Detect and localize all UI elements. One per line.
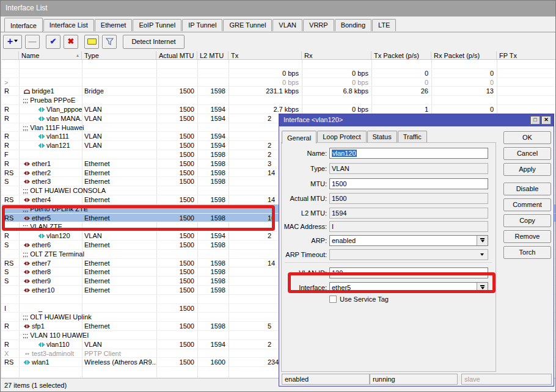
annotation-rectangle-interface-field [288, 272, 496, 293]
comment-button[interactable]: Comment [503, 198, 551, 211]
type-input[interactable]: VLAN [329, 163, 488, 174]
bridge-icon [24, 89, 30, 94]
arp-input[interactable]: enabled [329, 235, 488, 246]
ethernet-icon [24, 288, 30, 293]
column-header-tx[interactable]: Tx [229, 51, 302, 60]
interface-name: Vlan_pppoe [46, 106, 82, 113]
use-service-tag-checkbox[interactable]: Use Service Tag [329, 296, 389, 304]
interface-name: ether1 [32, 160, 51, 167]
dialog-tab-loop-protect[interactable]: Loop Protect [317, 131, 366, 142]
copy-button[interactable]: Copy [503, 214, 551, 227]
vlan-icon [38, 116, 45, 122]
x-icon: ✖ [68, 37, 75, 46]
table-row[interactable]: >0 bps0 bps000 [2, 78, 555, 87]
ethernet-icon [24, 269, 30, 275]
checkbox-box[interactable] [329, 296, 337, 303]
tab-ip-tunnel[interactable]: IP Tunnel [182, 19, 222, 31]
tab-interface[interactable]: Interface [4, 18, 43, 32]
dropdown-arrow-icon [481, 240, 485, 244]
disable-button[interactable]: Disable [503, 183, 551, 195]
dialog-tab-status[interactable]: Status [367, 131, 397, 142]
mac-address-input[interactable]: I [329, 221, 488, 232]
dialog-tab-traffic[interactable]: Traffic [398, 131, 427, 142]
torch-button[interactable]: Torch [503, 246, 551, 259]
ok-button[interactable]: OK [503, 131, 551, 144]
comment-folder-icon [87, 38, 97, 45]
interface-name: ether7 [32, 260, 51, 267]
column-header-type[interactable]: Type [82, 51, 156, 60]
dialog-title: Interface <vlan120> [283, 116, 343, 123]
interface-name: vlan MANA... [46, 115, 82, 122]
interface-name: ether10 [32, 286, 54, 294]
vlan-icon [38, 143, 45, 148]
tab-interface-list[interactable]: Interface List [43, 19, 94, 31]
interface-name: sfp1 [32, 322, 45, 330]
field-label-type: Type: [279, 163, 327, 174]
item-count-label: 27 items (1 selected) [4, 382, 67, 389]
remove-button[interactable]: — [25, 35, 40, 49]
pptp-icon [24, 351, 30, 357]
dialog-titlebar[interactable]: Interface <vlan120> □ ✕ [279, 114, 554, 126]
table-row-bridge1[interactable]: Rbridge1Bridge15001598231.1 kbps6.8 kbps… [2, 87, 555, 96]
apply-button[interactable]: Apply [503, 163, 551, 176]
column-header-tx-packet-p-s-[interactable]: Tx Packet (p/s) [371, 51, 431, 60]
disable-button[interactable]: ✖ [64, 35, 78, 49]
table-header-row: Name▴TypeActual MTUL2 MTUTxRxTx Packet (… [2, 51, 555, 60]
field-label-l2-mtu: L2 MTU: [279, 208, 327, 219]
tab-vrrp[interactable]: VRRP [303, 19, 334, 31]
sort-ascending-icon: ▴ [76, 51, 79, 60]
table-row-Vlan-pppoe[interactable]: RVlan_pppoeVLAN150015942.7 kbps0 bps100 [2, 105, 555, 114]
arp-timeout-input[interactable] [329, 249, 488, 260]
tab-gre-tunnel[interactable]: GRE Tunnel [223, 19, 272, 31]
filter-button[interactable] [102, 35, 117, 49]
column-header-name[interactable]: Name▴ [19, 51, 82, 60]
tab-lte[interactable]: LTE [372, 19, 396, 31]
tab-vlan[interactable]: VLAN [273, 19, 302, 31]
cancel-button[interactable]: Cancel [503, 147, 551, 160]
column-header-fp-tx[interactable]: FP Tx [497, 51, 556, 60]
close-icon[interactable]: ✕ [541, 116, 551, 125]
vlan-icon [38, 342, 45, 347]
minus-icon: — [29, 37, 37, 46]
column-header-actual-mtu[interactable]: Actual MTU [156, 51, 197, 60]
table-row[interactable]: 0 bps0 bps000 [2, 69, 555, 78]
actual-mtu-input[interactable]: 1500 [329, 193, 488, 204]
table-row-blank[interactable] [2, 60, 555, 69]
ethernet-icon [24, 179, 30, 184]
comment-button[interactable] [84, 35, 99, 49]
section-divider [284, 263, 492, 264]
ethernet-icon [24, 278, 30, 284]
tab-ethernet[interactable]: Ethernet [95, 19, 133, 31]
column-header-flags[interactable] [2, 51, 19, 60]
comment-row[interactable]: ;;; Prueba PPPoE [2, 96, 555, 105]
column-header-rx[interactable]: Rx [302, 51, 371, 60]
interface-name: ether6 [32, 241, 51, 249]
tab-eoip-tunnel[interactable]: EoIP Tunnel [133, 19, 181, 31]
interface-dialog: Interface <vlan120> □ ✕ GeneralLoop Prot… [279, 114, 554, 387]
dialog-status-enabled: enabled [282, 374, 370, 385]
dialog-status-slave: slave [461, 374, 552, 385]
detect-internet-button[interactable]: Detect Internet [123, 35, 185, 49]
maximize-button[interactable]: □ [530, 116, 540, 125]
l2-mtu-input[interactable]: 1594 [329, 208, 488, 219]
window-titlebar[interactable]: Interface List [1, 1, 555, 16]
tab-bonding[interactable]: Bonding [335, 19, 371, 31]
dialog-tab-general[interactable]: General [282, 131, 316, 143]
interface-name: vlan120 [46, 232, 70, 239]
interface-name: ether4 [32, 196, 51, 203]
dropdown-button[interactable] [477, 236, 488, 245]
enable-button[interactable]: ✔ [46, 35, 60, 49]
field-label-mac-address: MAC Address: [279, 221, 327, 232]
name-input[interactable]: vlan120 [329, 148, 488, 159]
ethernet-icon [24, 261, 30, 266]
add-button[interactable]: + [3, 35, 22, 49]
field-label-name: Name: [279, 148, 327, 159]
ethernet-icon [24, 324, 30, 329]
column-header-l2-mtu[interactable]: L2 MTU [197, 51, 229, 60]
remove-button[interactable]: Remove [503, 230, 551, 243]
interface-list-window: Interface List InterfaceInterface ListEt… [0, 0, 556, 392]
interface-name: test3-adminolt [32, 350, 74, 357]
combo-arrow-icon[interactable] [480, 253, 484, 258]
mtu-input[interactable]: 1500 [329, 178, 488, 189]
column-header-rx-packet-p-s-[interactable]: Rx Packet (p/s) [431, 51, 497, 60]
